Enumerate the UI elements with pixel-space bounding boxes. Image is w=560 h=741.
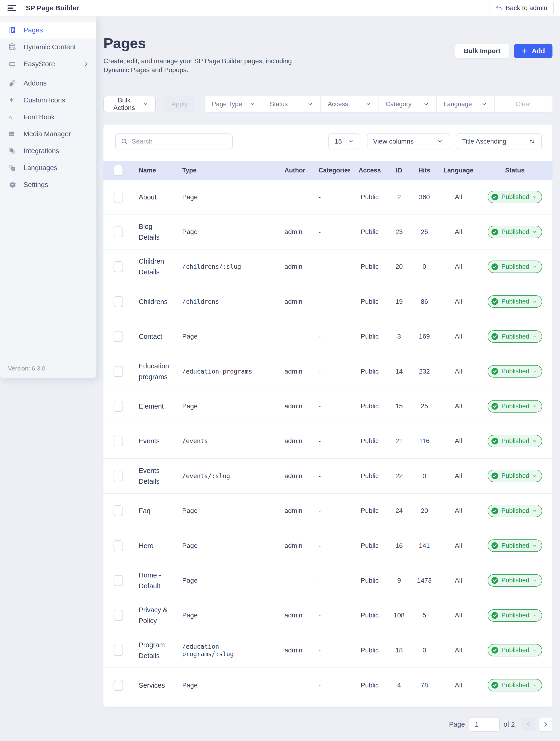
status-badge[interactable]: Published — [488, 330, 542, 343]
page-name-link[interactable]: Events Details — [139, 467, 160, 485]
media-icon — [8, 130, 16, 138]
status-label: Published — [501, 368, 530, 375]
row-checkbox[interactable] — [114, 610, 123, 621]
svg-text:A: A — [8, 114, 13, 120]
page-size-select[interactable]: 15 — [328, 133, 360, 149]
next-page-button[interactable] — [539, 718, 553, 731]
page-name-link[interactable]: Privacy & Policy — [139, 606, 167, 624]
status-badge[interactable]: Published — [488, 679, 542, 691]
page-name-link[interactable]: Program Details — [139, 641, 165, 660]
row-checkbox[interactable] — [114, 471, 123, 481]
filter-select-page-type[interactable]: Page Type — [205, 96, 263, 112]
sidebar-item-custom-icons[interactable]: Custom Icons — [0, 92, 97, 109]
row-checkbox[interactable] — [114, 366, 123, 377]
chevron-down-icon — [532, 264, 537, 269]
add-button[interactable]: Add — [514, 44, 553, 58]
page-categories: - — [314, 472, 350, 480]
filter-select-access[interactable]: Access — [321, 96, 379, 112]
sidebar-item-media-manager[interactable]: Media Manager — [0, 126, 97, 142]
status-badge[interactable]: Published — [488, 539, 542, 552]
page-author: admin — [278, 507, 314, 515]
status-badge[interactable]: Published — [488, 609, 542, 622]
page-name-link[interactable]: Childrens — [139, 298, 168, 306]
filter-select-language[interactable]: Language — [437, 96, 495, 112]
status-badge[interactable]: Published — [488, 504, 542, 517]
status-badge[interactable]: Published — [488, 261, 542, 273]
page-name-link[interactable]: About — [139, 193, 157, 201]
sidebar-item-integrations[interactable]: Integrations — [0, 142, 97, 159]
filter-select-status[interactable]: Status — [263, 96, 321, 112]
page-name-link[interactable]: Education programs — [139, 362, 169, 381]
row-checkbox[interactable] — [114, 680, 123, 691]
page-number-input[interactable] — [469, 717, 500, 732]
status-badge[interactable]: Published — [488, 435, 542, 447]
back-to-admin-button[interactable]: Back to admin — [489, 2, 554, 14]
previous-page-button[interactable] — [521, 718, 535, 731]
bulk-import-button[interactable]: Bulk Import — [455, 44, 509, 58]
row-checkbox[interactable] — [114, 226, 123, 237]
undo-icon — [495, 4, 502, 11]
search-input[interactable] — [132, 138, 227, 145]
menu-toggle-button[interactable] — [7, 4, 16, 12]
row-checkbox[interactable] — [114, 645, 123, 656]
page-hits: 360 — [409, 193, 440, 201]
hamburger-icon — [7, 5, 16, 11]
table-row: Home - Default Page - Public 9 1473 All … — [104, 563, 553, 598]
page-name-link[interactable]: Hero — [139, 542, 153, 549]
row-checkbox[interactable] — [114, 540, 123, 551]
bulk-actions-dropdown[interactable]: Bulk Actions — [104, 96, 155, 112]
pages-table: NameTypeAuthorCategoriesAccessIDHitsLang… — [104, 161, 553, 703]
page-type: /childrens/:slug — [182, 263, 241, 270]
status-badge[interactable]: Published — [488, 644, 542, 657]
page-name-link[interactable]: Children Details — [139, 258, 164, 276]
view-columns-select[interactable]: View columns — [367, 133, 449, 149]
chevron-down-icon — [532, 683, 537, 688]
table-header-row: NameTypeAuthorCategoriesAccessIDHitsLang… — [104, 161, 553, 180]
row-checkbox[interactable] — [114, 575, 123, 586]
page-categories: - — [314, 402, 350, 410]
row-checkbox[interactable] — [114, 331, 123, 342]
chevron-down-icon — [423, 101, 429, 107]
row-checkbox[interactable] — [114, 401, 123, 412]
row-checkbox[interactable] — [114, 296, 123, 307]
select-all-checkbox[interactable] — [114, 165, 123, 176]
svg-text:a: a — [13, 115, 15, 120]
status-label: Published — [501, 472, 530, 479]
status-badge[interactable]: Published — [488, 400, 542, 413]
page-name-link[interactable]: Events — [139, 437, 160, 445]
page-author: admin — [278, 612, 314, 619]
row-checkbox[interactable] — [114, 506, 123, 516]
page-categories: - — [314, 612, 350, 619]
sidebar-item-pages[interactable]: Pages — [0, 22, 97, 39]
sidebar-item-easystore[interactable]: EasyStore — [0, 56, 97, 72]
page-name-link[interactable]: Contact — [139, 333, 162, 340]
apply-button[interactable]: Apply — [164, 96, 195, 112]
page-name-link[interactable]: Faq — [139, 507, 150, 515]
sort-select[interactable]: Title Ascending — [456, 133, 542, 149]
row-checkbox[interactable] — [114, 435, 123, 447]
row-checkbox[interactable] — [114, 261, 123, 272]
sidebar-item-dynamic-content[interactable]: Dynamic Content — [0, 39, 97, 56]
chevron-down-icon — [348, 138, 354, 144]
sidebar-item-font-book[interactable]: Aa Font Book — [0, 109, 97, 126]
clear-filters-button[interactable]: Clear — [495, 96, 553, 112]
row-checkbox[interactable] — [114, 192, 123, 203]
status-badge[interactable]: Published — [488, 191, 542, 203]
sidebar-item-settings[interactable]: Settings — [0, 176, 97, 193]
status-badge[interactable]: Published — [488, 365, 542, 378]
status-badge[interactable]: Published — [488, 295, 542, 308]
page-name-link[interactable]: Blog Details — [139, 223, 160, 241]
page-name-link[interactable]: Element — [139, 402, 164, 410]
sidebar-item-languages[interactable]: A Languages — [0, 159, 97, 176]
check-circle-icon — [491, 298, 498, 305]
filter-select-category[interactable]: Category — [379, 96, 437, 112]
page-name-link[interactable]: Home - Default — [139, 571, 161, 590]
status-badge[interactable]: Published — [488, 470, 542, 482]
status-badge[interactable]: Published — [488, 226, 542, 238]
page-id: 19 — [389, 298, 409, 306]
sidebar-item-addons[interactable]: Addons — [0, 75, 97, 92]
page-language: All — [440, 298, 477, 306]
status-badge[interactable]: Published — [488, 574, 542, 587]
page-name-link[interactable]: Services — [139, 682, 165, 689]
check-circle-icon — [491, 682, 498, 689]
